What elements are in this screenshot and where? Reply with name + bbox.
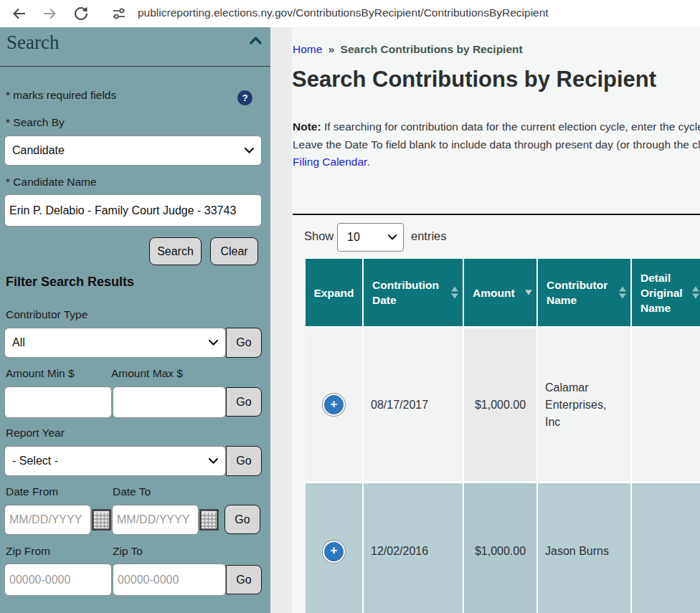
column-header-amount[interactable]: Amount — [464, 259, 536, 326]
date-from-input[interactable] — [4, 505, 91, 535]
required-fields-note: * marks required fields — [6, 89, 116, 102]
date-to-calendar-icon[interactable] — [199, 509, 219, 531]
table-cell-date: 12/02/2016 — [364, 483, 463, 613]
sort-icon — [692, 287, 699, 299]
search-by-label: * Search By — [6, 116, 65, 129]
note-bold: Note: — [293, 120, 321, 133]
content-gutter — [270, 27, 292, 613]
candidate-name-label: * Candidate Name — [6, 176, 97, 189]
amount-max-input[interactable] — [113, 386, 226, 418]
contributor-type-go-button[interactable]: Go — [226, 328, 262, 358]
table-cell-expand: + — [306, 328, 362, 481]
column-header-contribution-date[interactable]: Contribution Date — [364, 259, 463, 326]
page-length-select[interactable]: 10 — [337, 223, 404, 252]
note-line3-suffix: . — [366, 156, 369, 168]
note-line1: If searching for contribution data for t… — [321, 120, 700, 133]
reload-icon[interactable] — [72, 5, 90, 22]
sidebar-title: Search — [6, 29, 59, 56]
sort-icon — [619, 287, 626, 299]
contributor-type-label: Contributor Type — [6, 308, 88, 321]
search-sidebar: Search * marks required fields ? * Searc… — [0, 27, 270, 613]
date-from-calendar-icon[interactable] — [92, 509, 111, 531]
collapse-panel-icon[interactable] — [250, 36, 262, 44]
report-year-value: - Select - — [12, 455, 58, 467]
forward-icon[interactable] — [41, 5, 58, 22]
page-title: Search Contributions by Recipient — [292, 67, 656, 92]
report-year-select[interactable]: - Select - — [4, 446, 226, 476]
table-cell-contributor: Jason Burns — [538, 483, 630, 613]
clear-button[interactable]: Clear — [210, 237, 258, 265]
zip-from-label: Zip From — [6, 545, 50, 558]
date-go-button[interactable]: Go — [224, 505, 260, 534]
date-to-input[interactable] — [112, 505, 199, 535]
expand-row-button[interactable]: + — [323, 541, 345, 563]
breadcrumb-separator: » — [326, 43, 338, 55]
breadcrumb-home-link[interactable]: Home — [293, 43, 322, 55]
zip-go-button[interactable]: Go — [226, 565, 262, 594]
column-header-detail-original-name[interactable]: Detail Original Name — [632, 259, 700, 326]
amount-max-label: Amount Max $ — [111, 367, 183, 380]
table-cell-date: 08/17/2017 — [364, 328, 463, 481]
main-content: Home » Search Contributions by Recipient… — [270, 27, 700, 613]
column-header-label: Contribution Date — [372, 277, 447, 308]
table-cell-detail-original-name — [632, 483, 700, 613]
back-icon[interactable] — [11, 5, 28, 22]
column-header-label: Amount — [473, 285, 515, 300]
entries-label: entries — [411, 229, 447, 243]
chevron-down-icon — [209, 340, 218, 346]
table-cell-amount: $1,000.00 — [464, 483, 536, 613]
note-paragraph: Note: If searching for contribution data… — [293, 118, 700, 171]
table-cell-expand: + — [306, 483, 362, 613]
column-header-label: Contributor Name — [547, 277, 615, 308]
browser-window: publicreporting.elections.ny.gov/Contrib… — [0, 0, 700, 613]
amount-min-label: Amount Min $ — [6, 367, 75, 380]
amount-min-input[interactable] — [4, 386, 112, 418]
report-year-go-button[interactable]: Go — [226, 446, 262, 476]
column-header-contributor-name[interactable]: Contributor Name — [538, 259, 630, 326]
breadcrumb-current: Search Contributions by Recipient — [341, 43, 523, 55]
show-label: Show — [304, 229, 334, 243]
breadcrumb: Home » Search Contributions by Recipient — [293, 43, 523, 56]
zip-from-input[interactable] — [4, 564, 112, 596]
chevron-down-icon — [209, 458, 218, 464]
browser-toolbar: publicreporting.elections.ny.gov/Contrib… — [0, 0, 700, 27]
help-icon[interactable]: ? — [237, 90, 252, 105]
column-header-expand: Expand — [306, 259, 362, 326]
address-bar[interactable]: publicreporting.elections.ny.gov/Contrib… — [138, 6, 549, 19]
zip-to-input[interactable] — [113, 564, 226, 596]
date-from-label: Date From — [6, 485, 58, 498]
date-to-label: Date To — [113, 485, 151, 498]
search-by-value: Candidate — [12, 144, 65, 157]
search-by-select[interactable]: Candidate — [4, 136, 262, 166]
table-cell-contributor: Calamar Enterprises, Inc — [538, 328, 630, 481]
filter-results-heading: Filter Search Results — [6, 275, 134, 290]
contributor-type-value: All — [12, 336, 25, 349]
column-header-label: Detail Original Name — [640, 270, 688, 315]
page-length-value: 10 — [347, 231, 360, 244]
section-divider — [293, 214, 700, 215]
sort-icon — [451, 287, 458, 299]
note-line2: Leave the Date To field blank to include… — [293, 136, 700, 154]
sidebar-divider — [0, 66, 270, 67]
candidate-name-input[interactable] — [4, 194, 262, 227]
filing-calendar-link[interactable]: Filing Calendar — [293, 156, 366, 168]
sort-desc-icon — [525, 290, 532, 295]
expand-row-button[interactable]: + — [323, 394, 345, 416]
table-cell-amount: $1,000.00 — [464, 328, 536, 481]
zip-to-label: Zip To — [113, 545, 143, 558]
contributor-type-select[interactable]: All — [4, 328, 226, 358]
table-cell-detail-original-name — [632, 328, 700, 481]
report-year-label: Report Year — [6, 427, 65, 439]
chevron-down-icon — [388, 234, 397, 240]
contributions-table: Expand Contribution Date Amount Contribu… — [306, 259, 700, 613]
chevron-down-icon — [245, 148, 254, 153]
search-button[interactable]: Search — [149, 237, 202, 265]
amount-go-button[interactable]: Go — [226, 387, 262, 417]
site-permissions-icon[interactable] — [110, 5, 128, 22]
